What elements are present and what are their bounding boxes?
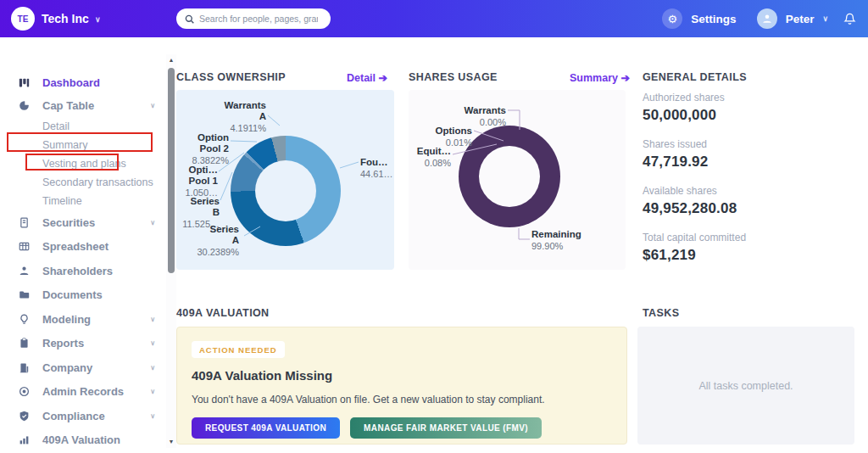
chevron-down-icon[interactable]: ∨ xyxy=(150,219,155,226)
detail-value: 47,719.92 xyxy=(643,154,854,171)
sidebar-item-shareholders[interactable]: Shareholders xyxy=(0,259,166,283)
chevron-down-icon[interactable]: ∨ xyxy=(150,412,155,420)
person-icon xyxy=(19,266,31,277)
chart-label-warrants: Warrants 0.00% xyxy=(465,105,506,128)
sidebar-subitem-detail[interactable]: Detail xyxy=(0,117,166,136)
chevron-down-icon[interactable]: ∨ xyxy=(150,388,155,395)
notifications-bell-icon[interactable] xyxy=(843,12,856,25)
sidebar-item-securities[interactable]: Securities ∨ xyxy=(0,210,166,235)
valuation-409a-panel: ACTION NEEDED 409A Valuation Missing You… xyxy=(176,327,627,445)
chart-label-warrants-a: Warrants A 4.1911% xyxy=(225,100,266,134)
sidebar-item-label: Vesting and plans xyxy=(42,158,126,170)
scroll-up-arrow[interactable]: ▲ xyxy=(166,56,176,64)
chart-label-founders: Fou… 44.61… xyxy=(360,157,393,180)
search-input[interactable] xyxy=(199,14,318,24)
sidebar-item-reports[interactable]: Reports ∨ xyxy=(0,332,166,356)
tasks-empty-text: All tasks completed. xyxy=(698,380,793,392)
chart-label-options: Options 0.01% xyxy=(436,126,472,148)
tasks-title: TASKS xyxy=(643,307,679,319)
scroll-down-arrow[interactable]: ▼ xyxy=(166,438,176,446)
sidebar-item-409a-valuation[interactable]: 409A Valuation xyxy=(0,428,166,453)
sidebar-item-label: 409A Valuation xyxy=(42,433,120,446)
content-scrollbar[interactable]: ▲ ▼ xyxy=(166,54,176,448)
chevron-down-icon[interactable]: ∨ xyxy=(150,364,155,372)
sidebar-item-dashboard[interactable]: Dashboard xyxy=(0,71,166,94)
sidebar-item-spreadsheet[interactable]: Spreadsheet xyxy=(0,235,166,260)
scrollbar-thumb[interactable] xyxy=(168,68,175,273)
shield-icon xyxy=(19,411,31,422)
general-details-item: Available shares 49,952,280.08 xyxy=(643,185,854,217)
general-details-title: GENERAL DETAILS xyxy=(643,71,747,83)
sidebar-item-label: Securities xyxy=(42,216,95,229)
chevron-down-icon[interactable]: ∨ xyxy=(150,316,155,323)
general-details-item: Shares issued 47,719.92 xyxy=(643,138,854,171)
search-icon xyxy=(185,14,194,24)
sidebar-item-label: Cap Table xyxy=(42,99,94,112)
clipboard-icon xyxy=(19,338,31,349)
sidebar-subitem-summary[interactable]: Summary xyxy=(0,136,166,154)
detail-value: 50,000,000 xyxy=(643,107,854,124)
detail-value: $61,219 xyxy=(643,247,854,264)
user-name[interactable]: Peter xyxy=(786,13,815,25)
chart-label-series-a: Series A 30.2389% xyxy=(197,224,239,258)
settings-label[interactable]: Settings xyxy=(691,13,736,25)
shares-usage-donut-chart xyxy=(459,126,560,227)
action-needed-badge: ACTION NEEDED xyxy=(192,341,285,358)
sidebar-item-label: Reports xyxy=(42,337,84,350)
bar-chart-icon xyxy=(19,434,31,445)
settings-button[interactable]: ⚙ xyxy=(662,8,682,29)
records-icon xyxy=(19,386,31,397)
folder-icon xyxy=(19,289,31,300)
bulb-icon xyxy=(19,314,31,325)
sidebar-item-documents[interactable]: Documents xyxy=(0,283,166,308)
shares-usage-title: SHARES USAGE xyxy=(409,71,498,83)
detail-label: Total capital committed xyxy=(643,232,854,243)
shares-usage-summary-link[interactable]: Summary ➔ xyxy=(570,71,630,84)
company-name[interactable]: Tech Inc xyxy=(42,12,89,25)
global-search[interactable] xyxy=(176,8,331,29)
chart-label-equity: Equit… 0.08% xyxy=(417,146,451,169)
request-409a-valuation-button[interactable]: REQUEST 409A VALUATION xyxy=(192,417,340,439)
manage-fmv-button[interactable]: MANAGE FAIR MARKET VALUE (FMV) xyxy=(350,417,542,439)
chevron-down-icon[interactable]: ∨ xyxy=(150,102,155,109)
sidebar-item-label: Secondary transactions xyxy=(42,176,153,188)
detail-label: Available shares xyxy=(643,185,854,197)
sidebar-item-compliance[interactable]: Compliance ∨ xyxy=(0,404,166,428)
chart-label-remaining: Remaining 99.90% xyxy=(531,229,581,252)
chevron-down-icon[interactable]: ∨ xyxy=(150,339,155,347)
valuation-409a-title: 409A VALUATION xyxy=(176,307,270,319)
valuation-missing-heading: 409A Valuation Missing xyxy=(192,368,612,383)
chart-label-option-pool-2: Option Pool 2 8.3822% xyxy=(192,132,229,166)
detail-value: 49,952,280.08 xyxy=(643,200,854,217)
class-ownership-chart-panel: Warrants A 4.1911% Option Pool 2 8.3822%… xyxy=(176,90,394,270)
sidebar-subitem-timeline[interactable]: Timeline xyxy=(0,192,166,210)
person-icon xyxy=(761,13,773,25)
arrow-right-icon: ➔ xyxy=(379,72,387,84)
dashboard-icon xyxy=(19,77,31,88)
class-ownership-detail-link[interactable]: Detail ➔ xyxy=(347,71,387,84)
table-icon xyxy=(19,241,31,252)
class-ownership-donut-chart xyxy=(231,136,341,246)
chevron-down-icon[interactable]: ∨ xyxy=(95,15,101,24)
tasks-panel: All tasks completed. xyxy=(637,327,854,445)
sidebar-item-company[interactable]: Company ∨ xyxy=(0,355,166,380)
valuation-missing-body: You don't have a 409A Valuation on file.… xyxy=(192,394,612,405)
sidebar-subitem-secondary-transactions[interactable]: Secondary transactions xyxy=(0,173,166,192)
sidebar-item-admin-records[interactable]: Admin Records ∨ xyxy=(0,380,166,405)
sidebar-subitem-vesting-and-plans[interactable]: Vesting and plans xyxy=(0,154,166,173)
sidebar-item-modeling[interactable]: Modeling ∨ xyxy=(0,307,166,332)
company-avatar[interactable]: TE xyxy=(11,7,35,31)
user-avatar[interactable] xyxy=(757,8,777,29)
general-details-item: Total capital committed $61,219 xyxy=(643,232,854,264)
top-navbar: TE Tech Inc ∨ ⚙ Settings Peter ∨ xyxy=(0,0,868,37)
sidebar-item-label: Timeline xyxy=(42,195,82,207)
sidebar-item-label: Admin Records xyxy=(42,385,124,398)
class-ownership-title: CLASS OWNERSHIP xyxy=(176,71,286,83)
detail-label: Authorized shares xyxy=(643,92,854,103)
sidebar-item-cap-table[interactable]: Cap Table ∨ xyxy=(0,94,166,117)
general-details-panel: Authorized shares 50,000,000 Shares issu… xyxy=(643,92,854,278)
sidebar-item-label: Shareholders xyxy=(42,265,113,277)
certificate-icon xyxy=(19,217,31,228)
chevron-down-icon[interactable]: ∨ xyxy=(822,14,828,23)
sidebar-item-label: Compliance xyxy=(42,410,105,422)
